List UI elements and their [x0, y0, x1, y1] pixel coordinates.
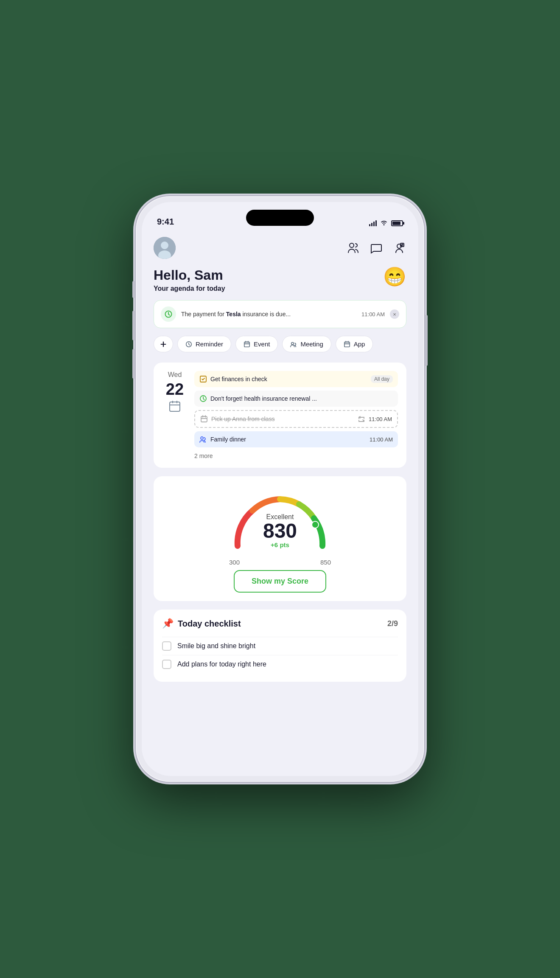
- gauge-labels: 300 850: [225, 559, 335, 566]
- notif-clock-icon: [161, 306, 176, 322]
- svg-point-14: [201, 437, 203, 439]
- checklist-count: 2/9: [387, 619, 398, 628]
- content-area: Hello, Sam Your agenda for today 😁 Th: [142, 231, 418, 776]
- calendar-icon: [168, 400, 181, 413]
- notif-text: The payment for Tesla insurance is due..…: [181, 311, 356, 318]
- power-button: [425, 315, 428, 366]
- avatar[interactable]: [154, 237, 176, 259]
- gauge-min: 300: [229, 559, 240, 566]
- volume-up-button: [132, 311, 135, 340]
- task-icon: [199, 375, 207, 383]
- score-card: Excellent 830 +6 pts 300 850 Show my Sco…: [154, 476, 406, 601]
- volume-down-button: [132, 349, 135, 379]
- phone-frame: 9:41: [136, 196, 424, 782]
- event-title-strikethrough: Pick up Anna from class: [211, 416, 354, 422]
- event-item[interactable]: Family dinner 11:00 AM: [194, 431, 398, 447]
- nav-icons: [346, 241, 406, 255]
- svg-point-15: [312, 521, 319, 528]
- checklist-card: 📌 Today checklist 2/9 Smile big and shin…: [154, 610, 406, 682]
- event-title: Family dinner: [210, 436, 366, 443]
- repeat-icon: [358, 415, 365, 423]
- notif-text-after: insurance is due...: [241, 311, 291, 318]
- event-label: Event: [254, 340, 270, 348]
- greeting-text: Hello, Sam Your agenda for today: [154, 267, 225, 292]
- meeting-icon: [199, 436, 207, 443]
- reminder-action-button[interactable]: Reminder: [177, 336, 231, 352]
- event-title: Don't forget! health insurance renewal .…: [210, 395, 393, 402]
- greeting-section: Hello, Sam Your agenda for today 😁: [154, 267, 406, 292]
- checklist-header: 📌 Today checklist 2/9: [162, 618, 398, 629]
- show-score-button[interactable]: Show my Score: [234, 570, 326, 593]
- top-nav: [154, 231, 406, 267]
- phone-screen: 9:41: [142, 202, 418, 776]
- checklist-title: 📌 Today checklist: [162, 618, 241, 629]
- status-icons: [369, 219, 403, 227]
- checkbox-2[interactable]: [162, 660, 171, 669]
- pin-icon: 📌: [162, 618, 174, 629]
- people-icon[interactable]: [346, 241, 361, 255]
- greeting-hello: Hello, Sam: [154, 267, 225, 283]
- greeting-agenda: Your agenda for today: [154, 285, 225, 292]
- event-item[interactable]: Get finances in check All day: [194, 371, 398, 387]
- event-title: Get finances in check: [210, 376, 367, 382]
- event-item[interactable]: Pick up Anna from class 11:00 AM: [194, 410, 398, 428]
- event-action-button[interactable]: Event: [235, 336, 278, 352]
- event-allday: All day: [371, 375, 393, 383]
- date-column: Wed 22: [162, 371, 188, 459]
- app-action-button[interactable]: App: [336, 336, 373, 352]
- app-label: App: [354, 340, 365, 348]
- svg-point-1: [161, 242, 168, 249]
- person-tag-icon[interactable]: [392, 241, 406, 255]
- meeting-action-button[interactable]: Meeting: [282, 336, 331, 352]
- notif-bold-text: Tesla: [226, 311, 241, 318]
- svg-rect-10: [170, 402, 180, 411]
- add-action-button[interactable]: [154, 336, 173, 352]
- day-name: Wed: [168, 371, 182, 379]
- checklist-item-1[interactable]: Smile big and shine bright: [162, 637, 398, 655]
- status-time: 9:41: [157, 217, 174, 227]
- event-time: 11:00 AM: [369, 416, 392, 422]
- battery-icon: [391, 220, 403, 226]
- day-number: 22: [166, 381, 184, 397]
- chat-icon[interactable]: [369, 241, 384, 255]
- reminder-label: Reminder: [196, 340, 223, 348]
- events-column: Get finances in check All day Don't forg…: [194, 371, 398, 459]
- event-time: 11:00 AM: [370, 436, 393, 443]
- checklist-item-text-2: Add plans for today right here: [177, 660, 266, 668]
- gauge-pts: +6 pts: [263, 541, 297, 548]
- reminder-icon: [199, 395, 207, 402]
- notification-banner: The payment for Tesla insurance is due..…: [154, 300, 406, 328]
- greeting-emoji: 😁: [383, 266, 406, 288]
- svg-rect-7: [244, 342, 249, 347]
- phone-wrapper: 9:41: [136, 196, 424, 782]
- checklist-title-text: Today checklist: [178, 619, 241, 629]
- checkbox-1[interactable]: [162, 641, 171, 651]
- mute-button: [132, 281, 135, 298]
- checklist-item-text-1: Smile big and shine bright: [177, 642, 255, 650]
- calendar-event-icon: [200, 415, 208, 423]
- svg-point-8: [291, 342, 294, 344]
- calendar-card: Wed 22: [154, 363, 406, 468]
- signal-icon: [369, 220, 377, 226]
- gauge-score: 830: [263, 521, 297, 541]
- event-item[interactable]: Don't forget! health insurance renewal .…: [194, 391, 398, 407]
- more-events[interactable]: 2 more: [194, 452, 398, 459]
- quick-actions: Reminder Event: [154, 336, 406, 354]
- wifi-icon: [380, 219, 388, 227]
- svg-rect-9: [344, 342, 350, 347]
- notif-time: 11:00 AM: [361, 311, 385, 318]
- svg-rect-13: [201, 416, 207, 422]
- dynamic-island: [246, 210, 314, 226]
- checklist-item-2[interactable]: Add plans for today right here: [162, 655, 398, 673]
- gauge-max: 850: [320, 559, 331, 566]
- notif-close-button[interactable]: ×: [390, 309, 399, 319]
- gauge-center: Excellent 830 +6 pts: [263, 513, 297, 548]
- meeting-label: Meeting: [300, 340, 323, 348]
- notif-text-before: The payment for: [181, 311, 226, 318]
- gauge-container: Excellent 830 +6 pts: [225, 486, 335, 554]
